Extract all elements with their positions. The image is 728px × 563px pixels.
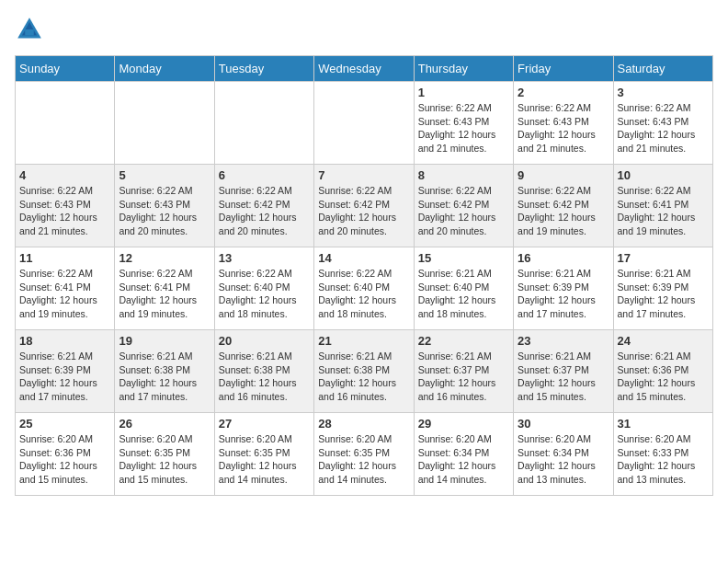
calendar-day-header: Tuesday [214, 56, 313, 82]
day-info: Sunrise: 6:22 AMSunset: 6:42 PMDaylight:… [219, 184, 310, 238]
calendar-cell [314, 82, 414, 165]
day-number: 8 [418, 168, 509, 182]
calendar-cell: 29Sunrise: 6:20 AMSunset: 6:34 PMDayligh… [414, 413, 513, 496]
calendar-day-header: Sunday [16, 56, 115, 82]
day-number: 5 [119, 168, 210, 182]
day-info: Sunrise: 6:21 AMSunset: 6:38 PMDaylight:… [318, 350, 409, 404]
calendar-cell: 20Sunrise: 6:21 AMSunset: 6:38 PMDayligh… [214, 330, 313, 413]
day-number: 7 [318, 168, 409, 182]
calendar-week-row: 11Sunrise: 6:22 AMSunset: 6:41 PMDayligh… [16, 247, 713, 330]
day-number: 27 [219, 417, 310, 431]
day-info: Sunrise: 6:21 AMSunset: 6:39 PMDaylight:… [618, 267, 709, 321]
day-info: Sunrise: 6:22 AMSunset: 6:43 PMDaylight:… [618, 101, 709, 155]
calendar-cell: 17Sunrise: 6:21 AMSunset: 6:39 PMDayligh… [613, 247, 712, 330]
calendar-cell: 4Sunrise: 6:22 AMSunset: 6:43 PMDaylight… [16, 165, 115, 247]
day-info: Sunrise: 6:21 AMSunset: 6:37 PMDaylight:… [518, 350, 609, 404]
calendar-cell: 24Sunrise: 6:21 AMSunset: 6:36 PMDayligh… [613, 330, 712, 413]
day-info: Sunrise: 6:20 AMSunset: 6:34 PMDaylight:… [418, 432, 509, 487]
day-number: 22 [418, 334, 509, 348]
page-header [15, 15, 713, 44]
calendar-cell: 22Sunrise: 6:21 AMSunset: 6:37 PMDayligh… [414, 330, 513, 413]
day-number: 24 [618, 334, 709, 348]
day-number: 11 [19, 251, 110, 265]
day-number: 4 [19, 168, 110, 182]
day-info: Sunrise: 6:20 AMSunset: 6:35 PMDaylight:… [119, 432, 210, 487]
day-info: Sunrise: 6:21 AMSunset: 6:38 PMDaylight:… [219, 350, 310, 404]
calendar-day-header: Wednesday [314, 56, 414, 82]
day-number: 29 [418, 417, 509, 431]
day-number: 26 [119, 417, 210, 431]
day-number: 18 [19, 334, 110, 348]
calendar-week-row: 18Sunrise: 6:21 AMSunset: 6:39 PMDayligh… [16, 330, 713, 413]
calendar-cell: 18Sunrise: 6:21 AMSunset: 6:39 PMDayligh… [16, 330, 115, 413]
calendar-table: SundayMondayTuesdayWednesdayThursdayFrid… [15, 55, 713, 496]
day-info: Sunrise: 6:20 AMSunset: 6:35 PMDaylight:… [318, 432, 409, 487]
day-info: Sunrise: 6:22 AMSunset: 6:43 PMDaylight:… [119, 184, 210, 238]
day-info: Sunrise: 6:22 AMSunset: 6:42 PMDaylight:… [318, 184, 409, 238]
logo [15, 15, 48, 44]
calendar-cell [115, 82, 214, 165]
day-info: Sunrise: 6:22 AMSunset: 6:43 PMDaylight:… [19, 184, 110, 238]
calendar-cell: 5Sunrise: 6:22 AMSunset: 6:43 PMDaylight… [115, 165, 214, 247]
calendar-week-row: 1Sunrise: 6:22 AMSunset: 6:43 PMDaylight… [16, 82, 713, 165]
day-number: 20 [219, 334, 310, 348]
calendar-cell [16, 82, 115, 165]
day-number: 19 [119, 334, 210, 348]
day-info: Sunrise: 6:20 AMSunset: 6:36 PMDaylight:… [19, 432, 110, 487]
calendar-cell: 21Sunrise: 6:21 AMSunset: 6:38 PMDayligh… [314, 330, 414, 413]
calendar-day-header: Saturday [613, 56, 712, 82]
day-number: 23 [518, 334, 609, 348]
day-info: Sunrise: 6:22 AMSunset: 6:40 PMDaylight:… [219, 267, 310, 321]
calendar-cell: 1Sunrise: 6:22 AMSunset: 6:43 PMDaylight… [414, 82, 513, 165]
calendar-cell: 25Sunrise: 6:20 AMSunset: 6:36 PMDayligh… [16, 413, 115, 496]
day-info: Sunrise: 6:20 AMSunset: 6:35 PMDaylight:… [219, 432, 310, 487]
day-number: 9 [518, 168, 609, 182]
calendar-cell: 10Sunrise: 6:22 AMSunset: 6:41 PMDayligh… [613, 165, 712, 247]
calendar-cell: 23Sunrise: 6:21 AMSunset: 6:37 PMDayligh… [514, 330, 613, 413]
calendar-cell: 26Sunrise: 6:20 AMSunset: 6:35 PMDayligh… [115, 413, 214, 496]
calendar-day-header: Thursday [414, 56, 513, 82]
day-info: Sunrise: 6:21 AMSunset: 6:39 PMDaylight:… [518, 267, 609, 321]
calendar-cell: 6Sunrise: 6:22 AMSunset: 6:42 PMDaylight… [214, 165, 313, 247]
calendar-cell: 9Sunrise: 6:22 AMSunset: 6:42 PMDaylight… [514, 165, 613, 247]
calendar-cell: 31Sunrise: 6:20 AMSunset: 6:33 PMDayligh… [613, 413, 712, 496]
calendar-cell: 13Sunrise: 6:22 AMSunset: 6:40 PMDayligh… [214, 247, 313, 330]
calendar-cell: 12Sunrise: 6:22 AMSunset: 6:41 PMDayligh… [115, 247, 214, 330]
day-number: 17 [618, 251, 709, 265]
day-number: 25 [19, 417, 110, 431]
calendar-cell: 8Sunrise: 6:22 AMSunset: 6:42 PMDaylight… [414, 165, 513, 247]
day-info: Sunrise: 6:22 AMSunset: 6:41 PMDaylight:… [618, 184, 709, 238]
logo-icon [15, 15, 44, 44]
calendar-cell: 2Sunrise: 6:22 AMSunset: 6:43 PMDaylight… [514, 82, 613, 165]
day-info: Sunrise: 6:22 AMSunset: 6:42 PMDaylight:… [418, 184, 509, 238]
day-info: Sunrise: 6:21 AMSunset: 6:40 PMDaylight:… [418, 267, 509, 321]
day-info: Sunrise: 6:22 AMSunset: 6:43 PMDaylight:… [518, 101, 609, 155]
calendar-week-row: 25Sunrise: 6:20 AMSunset: 6:36 PMDayligh… [16, 413, 713, 496]
calendar-header-row: SundayMondayTuesdayWednesdayThursdayFrid… [16, 56, 713, 82]
calendar-cell: 16Sunrise: 6:21 AMSunset: 6:39 PMDayligh… [514, 247, 613, 330]
day-info: Sunrise: 6:21 AMSunset: 6:37 PMDaylight:… [418, 350, 509, 404]
day-info: Sunrise: 6:22 AMSunset: 6:41 PMDaylight:… [119, 267, 210, 321]
calendar-cell: 14Sunrise: 6:22 AMSunset: 6:40 PMDayligh… [314, 247, 414, 330]
calendar-cell [214, 82, 313, 165]
calendar-cell: 7Sunrise: 6:22 AMSunset: 6:42 PMDaylight… [314, 165, 414, 247]
calendar-cell: 27Sunrise: 6:20 AMSunset: 6:35 PMDayligh… [214, 413, 313, 496]
calendar-cell: 15Sunrise: 6:21 AMSunset: 6:40 PMDayligh… [414, 247, 513, 330]
day-number: 28 [318, 417, 409, 431]
day-number: 2 [518, 86, 609, 99]
day-number: 13 [219, 251, 310, 265]
calendar-cell: 30Sunrise: 6:20 AMSunset: 6:34 PMDayligh… [514, 413, 613, 496]
calendar-cell: 28Sunrise: 6:20 AMSunset: 6:35 PMDayligh… [314, 413, 414, 496]
day-number: 6 [219, 168, 310, 182]
day-number: 12 [119, 251, 210, 265]
day-info: Sunrise: 6:20 AMSunset: 6:34 PMDaylight:… [518, 432, 609, 487]
day-info: Sunrise: 6:22 AMSunset: 6:43 PMDaylight:… [418, 101, 509, 155]
svg-rect-2 [25, 29, 34, 35]
day-info: Sunrise: 6:22 AMSunset: 6:41 PMDaylight:… [19, 267, 110, 321]
day-number: 21 [318, 334, 409, 348]
day-number: 31 [618, 417, 709, 431]
calendar-week-row: 4Sunrise: 6:22 AMSunset: 6:43 PMDaylight… [16, 165, 713, 247]
day-info: Sunrise: 6:22 AMSunset: 6:40 PMDaylight:… [318, 267, 409, 321]
calendar-cell: 19Sunrise: 6:21 AMSunset: 6:38 PMDayligh… [115, 330, 214, 413]
day-info: Sunrise: 6:22 AMSunset: 6:42 PMDaylight:… [518, 184, 609, 238]
